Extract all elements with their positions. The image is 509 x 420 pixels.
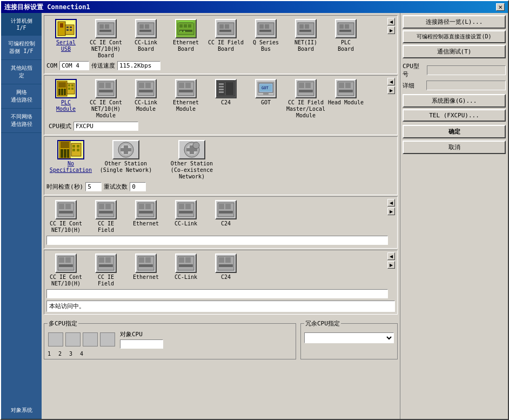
svg-rect-23 <box>219 24 224 29</box>
cc-ie-cont-net-module-item[interactable]: CC IE ContNET/10(H)Module <box>86 78 125 120</box>
net-ii-board-item[interactable]: NET(II)Board <box>286 18 325 54</box>
svg-rect-121 <box>59 257 64 263</box>
system-image-btn[interactable]: 系统图像(G)... <box>403 94 506 108</box>
svg-rect-79 <box>339 90 353 92</box>
other-station-coexist-label: Other Station(Co-existence Network) <box>158 161 226 180</box>
svg-rect-6 <box>70 29 72 31</box>
sidebar-item-network-path[interactable]: 网络 通信路径 <box>1 84 42 109</box>
cc-link-diff-item[interactable]: CC-Link <box>166 252 205 282</box>
cancel-btn[interactable]: 取消 <box>403 141 506 154</box>
other-station-single-item[interactable]: Other Station(Single Network) <box>96 139 156 175</box>
head-module-item[interactable]: Head Module <box>326 78 365 107</box>
diff-scroll-right[interactable]: ▶ <box>387 261 395 269</box>
sidebar-item-target-system[interactable]: 对象系统 <box>1 402 42 419</box>
retry-input[interactable] <box>130 182 146 191</box>
no-specification-icon: CY <box>57 140 84 159</box>
svg-rect-35 <box>339 24 344 29</box>
cc-ie-cont-net-board-item[interactable]: CC IE ContNET/10(H)Board <box>86 18 125 60</box>
cc-link-net-item[interactable]: CC-Link <box>166 199 205 228</box>
svg-rect-49 <box>99 83 104 88</box>
svg-rect-113 <box>179 204 184 209</box>
ethernet-diff-item[interactable]: Ethernet <box>126 252 165 282</box>
svg-rect-94 <box>120 148 131 151</box>
cc-ie-cont-net-h-diff-item[interactable]: CC IE ContNET/10(H) <box>46 252 85 288</box>
ethernet-board-item[interactable]: EthernetBoard <box>166 18 205 54</box>
cc-link-module-icon <box>135 79 157 98</box>
got-item[interactable]: GOT GOT <box>246 78 285 107</box>
cpu-type-input[interactable] <box>427 65 506 75</box>
scroll-left-btn[interactable]: ◀ <box>387 18 395 25</box>
cc-link-diff-label: CC-Link <box>175 274 197 281</box>
network-path-text[interactable] <box>46 236 388 245</box>
tel-btn[interactable]: TEL (FXCPU)... <box>403 109 506 122</box>
cc-ie-field-net-item[interactable]: CC IEField <box>86 199 125 235</box>
ok-btn[interactable]: 确定 <box>403 125 506 138</box>
connection-list-btn[interactable]: 连接路径一览(L)... <box>403 15 506 29</box>
q-series-bus-icon <box>255 19 277 38</box>
cc-ie-field-board-item[interactable]: CC IE FieldBoard <box>206 18 245 54</box>
diff-network-icon-grid: CC IE ContNET/10(H) CC IEField <box>46 252 386 288</box>
cpu-slot-1[interactable] <box>48 332 63 346</box>
detail-input[interactable] <box>426 81 506 90</box>
c24-net-item[interactable]: C24 <box>206 199 245 228</box>
svg-rect-129 <box>139 257 144 263</box>
c24-diff-item[interactable]: C24 <box>206 252 245 282</box>
comm-test-btn[interactable]: 通信测试(T) <box>403 45 506 58</box>
diff-network-path-text[interactable] <box>46 289 388 298</box>
svg-rect-83 <box>64 149 66 158</box>
cpu-slot-4[interactable] <box>100 332 115 346</box>
svg-rect-59 <box>179 90 193 92</box>
svg-rect-47 <box>71 88 73 90</box>
svg-rect-54 <box>145 83 151 88</box>
cc-ie-field-diff-item[interactable]: CC IEField <box>86 252 125 288</box>
multi-cpu-group: 多CPU指定 对象CPU <box>44 323 296 359</box>
cc-link-board-item[interactable]: CC-LinkBoard <box>126 18 165 54</box>
cpu-mode-input[interactable] <box>73 122 138 131</box>
other-station-coexist-item[interactable]: Other Station(Co-existence Network) <box>157 139 227 181</box>
svg-rect-118 <box>225 204 231 209</box>
cc-ie-cont-net-h-net-item[interactable]: CC IE ContNET/10(H) <box>46 199 85 235</box>
plc-scroll-right[interactable]: ▶ <box>387 86 395 94</box>
sidebar-item-computer-if[interactable]: 计算机侧 I/F <box>1 13 42 36</box>
diff-scroll-left[interactable]: ◀ <box>387 252 395 260</box>
plc-module-item[interactable]: PLCModule <box>46 78 85 114</box>
time-check-input[interactable] <box>85 182 102 191</box>
ethernet-module-item[interactable]: EthernetModule <box>166 78 205 114</box>
ethernet-diff-label: Ethernet <box>133 274 159 281</box>
plc-board-item[interactable]: PLCBoard <box>326 18 365 54</box>
close-button[interactable]: ✕ <box>496 3 505 11</box>
cpu-slot-3[interactable] <box>83 332 98 346</box>
q-series-bus-item[interactable]: Q SeriesBus <box>246 18 285 54</box>
svg-rect-126 <box>105 257 111 263</box>
com-input[interactable] <box>59 61 89 70</box>
scroll-right-btn[interactable]: ▶ <box>387 26 395 34</box>
serial-usb-icon-item[interactable]: SerialUSB <box>46 18 85 54</box>
no-specification-item[interactable]: CY No Specification <box>46 139 95 175</box>
sidebar-item-diff-network[interactable]: 不同网络 通信路径 <box>1 109 42 133</box>
network-scroll-left[interactable]: ◀ <box>387 199 395 206</box>
redundant-cpu-select[interactable] <box>304 332 394 343</box>
cc-link-board-icon <box>135 19 157 38</box>
target-cpu-input[interactable] <box>120 339 163 349</box>
svg-rect-31 <box>299 24 304 29</box>
head-module-icon <box>335 79 357 98</box>
c24-net-icon <box>215 200 237 219</box>
plc-scroll-left[interactable]: ◀ <box>387 78 395 85</box>
sidebar-item-plc-if[interactable]: 可编程控制 器侧 I/F <box>1 36 42 60</box>
direct-connect-btn[interactable]: 可编程控制器直接连接设置(D) <box>403 30 506 43</box>
computer-if-icon-grid: SerialUSB CC IE ContNET/10(H)Board <box>46 18 386 60</box>
cpu-slot-2[interactable] <box>65 332 81 346</box>
c24-item[interactable]: C24 <box>206 78 245 107</box>
svg-rect-66 <box>219 91 224 93</box>
ethernet-net-item[interactable]: Ethernet <box>126 199 165 228</box>
network-scroll-right[interactable]: ▶ <box>387 208 395 215</box>
svg-rect-122 <box>65 257 71 263</box>
speed-input[interactable] <box>117 61 160 70</box>
cc-ie-field-master-item[interactable]: CC IE FieldMaster/LocalModule <box>286 78 325 120</box>
cc-link-module-item[interactable]: CC-LinkModule <box>126 78 165 114</box>
svg-rect-13 <box>145 24 149 29</box>
sidebar-item-other-station[interactable]: 其他站指 定 <box>1 60 42 84</box>
cpu-type-row: CPU型号 <box>403 62 506 79</box>
redundant-cpu-title: 冗余CPU指定 <box>304 319 341 328</box>
svg-rect-73 <box>299 83 304 88</box>
